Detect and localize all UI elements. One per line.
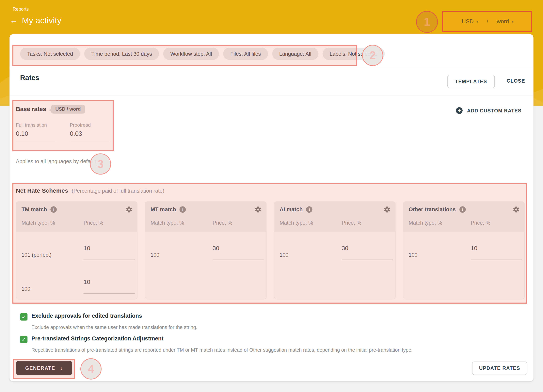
filter-chip-workflow-step[interactable]: Workflow step: All	[163, 48, 219, 60]
gear-icon[interactable]	[384, 206, 391, 214]
price-column-label: Price, %	[213, 220, 232, 226]
breadcrumb[interactable]: Reports	[13, 6, 29, 12]
applies-note: Applies to all languages by default	[16, 158, 96, 164]
match-type-value: 100	[22, 286, 30, 292]
scheme-row: 100	[22, 276, 132, 299]
scheme-row: 101 (perfect)	[22, 243, 132, 276]
scheme-card-ai-match: AI match i Match type, % Price, % 100	[274, 201, 396, 299]
currency-select[interactable]: USD ▾	[462, 18, 478, 25]
close-button[interactable]: CLOSE	[504, 78, 527, 84]
update-rates-button[interactable]: UPDATE RATES	[472, 362, 527, 375]
match-type-value: 101 (perfect)	[22, 252, 51, 258]
match-type-value: 100	[151, 252, 159, 258]
scheme-row: 100	[151, 243, 261, 276]
option-label: Pre-translated Strings Categorization Ad…	[31, 335, 164, 342]
checkbox-pretranslated-adjustment[interactable]: ✓	[20, 336, 28, 343]
info-icon[interactable]: i	[459, 206, 466, 213]
filter-chips-row: Tasks: Not selected Time period: Last 30…	[20, 48, 385, 60]
scheme-card-tm-match: TM match i Match type, % Price, % 101 (p…	[16, 201, 137, 299]
match-type-column-label: Match type, %	[22, 220, 55, 226]
match-type-column-label: Match type, %	[409, 220, 442, 226]
price-column-label: Price, %	[342, 220, 362, 226]
price-input[interactable]	[213, 245, 264, 260]
add-custom-rates-button[interactable]: + ADD CUSTOM RATES	[454, 107, 524, 114]
divider	[10, 68, 533, 68]
filter-chip-language[interactable]: Language: All	[272, 48, 318, 60]
plus-icon: +	[456, 107, 463, 114]
unit-select[interactable]: word ▾	[497, 18, 514, 25]
add-custom-rates-label: ADD CUSTOM RATES	[467, 108, 521, 114]
match-type-column-label: Match type, %	[280, 220, 313, 226]
scheme-card-other-translations: Other translations i Match type, % Price…	[403, 201, 525, 299]
scheme-card-header: AI match i Match type, % Price, %	[274, 201, 396, 232]
separator: /	[487, 18, 488, 25]
full-translation-input[interactable]	[16, 130, 56, 142]
unit-value: word	[497, 18, 509, 25]
currency-unit-bar: USD ▾ / word ▾	[444, 13, 531, 30]
price-input[interactable]	[84, 278, 135, 294]
match-type-column-label: Match type, %	[151, 220, 184, 226]
base-rates-title: Base rates	[16, 106, 46, 113]
scheme-row: 100	[280, 243, 390, 276]
filter-chip-time-period[interactable]: Time period: Last 30 days	[84, 48, 159, 60]
price-column-label: Price, %	[84, 220, 103, 226]
templates-button[interactable]: TEMPLATES	[447, 75, 495, 88]
info-icon[interactable]: i	[306, 206, 312, 213]
checkbox-exclude-approvals[interactable]: ✓	[20, 313, 28, 320]
filter-chip-tasks[interactable]: Tasks: Not selected	[20, 48, 80, 60]
gear-icon[interactable]	[255, 206, 262, 214]
full-translation-label: Full translation	[16, 122, 47, 128]
gear-icon[interactable]	[513, 206, 520, 214]
currency-unit-badge: USD / word	[51, 105, 85, 114]
chevron-down-icon: ▾	[512, 20, 514, 23]
proofread-label: Proofread	[70, 122, 91, 128]
divider	[10, 96, 533, 96]
scheme-card-title: TM match	[22, 206, 47, 213]
price-input[interactable]	[471, 245, 522, 260]
option-description: Exclude approvals when the same user has…	[31, 324, 197, 330]
scheme-card-header: Other translations i Match type, % Price…	[403, 201, 525, 232]
currency-value: USD	[462, 18, 474, 25]
page-title: My activity	[22, 16, 62, 25]
filter-chip-files[interactable]: Files: All files	[223, 48, 268, 60]
scheme-card-title: AI match	[280, 206, 303, 213]
back-arrow-icon[interactable]: ←	[10, 17, 17, 24]
scheme-card-title: Other translations	[409, 206, 456, 213]
filter-chip-labels[interactable]: Labels: Not selected	[322, 48, 385, 60]
match-type-value: 100	[409, 252, 418, 258]
price-column-label: Price, %	[471, 220, 491, 226]
option-description: Repetitive translations of pre-translate…	[31, 347, 413, 353]
net-rate-schemes-title: Net Rate Schemes	[16, 187, 68, 194]
price-input[interactable]	[342, 245, 393, 260]
proofread-input[interactable]	[70, 130, 110, 142]
divider	[10, 356, 533, 356]
price-input[interactable]	[84, 245, 135, 260]
chevron-down-icon: ▾	[476, 20, 478, 23]
info-icon[interactable]: i	[51, 206, 57, 213]
screen: Reports ← My activity USD ▾ / word ▾ Tas…	[0, 0, 543, 392]
annotation-step-4: 4	[80, 358, 102, 380]
option-label: Exclude approvals for edited translation…	[31, 313, 142, 319]
section-title-rates: Rates	[20, 74, 39, 82]
scheme-card-title: MT match	[151, 206, 176, 213]
generate-label: GENERATE	[25, 365, 55, 371]
rates-panel: Tasks: Not selected Time period: Last 30…	[10, 34, 533, 381]
gear-icon[interactable]	[125, 206, 133, 214]
match-type-value: 100	[280, 252, 288, 258]
info-icon[interactable]: i	[180, 206, 186, 213]
scheme-card-header: MT match i Match type, % Price, %	[145, 201, 267, 232]
scheme-row: 100	[409, 243, 519, 276]
download-arrow-icon: ↓	[60, 365, 63, 371]
scheme-card-header: TM match i Match type, % Price, %	[16, 201, 137, 232]
scheme-card-mt-match: MT match i Match type, % Price, % 100	[145, 201, 267, 299]
net-rate-schemes-subtitle: (Percentage paid of full translation rat…	[72, 188, 164, 194]
generate-button[interactable]: GENERATE ↓	[16, 361, 72, 375]
